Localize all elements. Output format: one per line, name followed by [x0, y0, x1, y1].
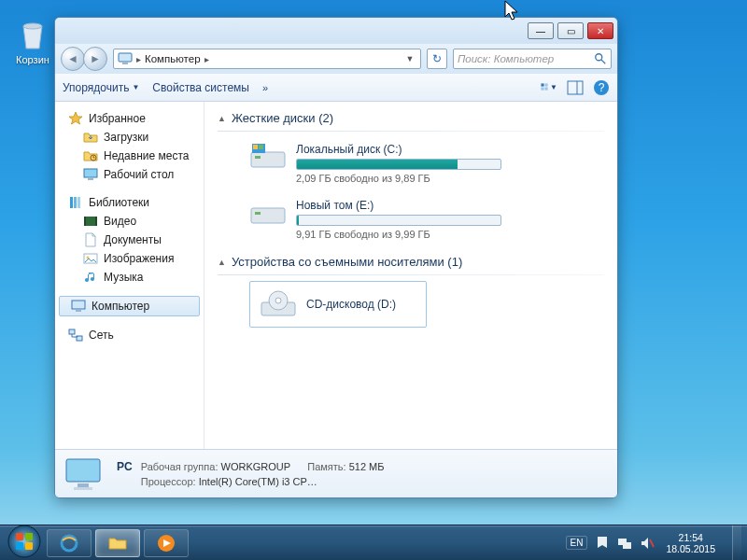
pictures-icon [83, 251, 98, 266]
svg-rect-9 [568, 81, 583, 94]
refresh-button[interactable]: ↻ [427, 49, 447, 69]
svg-rect-15 [88, 178, 93, 180]
sidebar-item-documents[interactable]: Документы [55, 231, 204, 249]
sidebar-item-recent[interactable]: Недавние места [55, 147, 204, 165]
section-hard-disks[interactable]: ▲Жесткие диски (2) [218, 111, 604, 125]
svg-rect-29 [255, 156, 261, 159]
search-input[interactable]: Поиск: Компьютер [453, 49, 612, 69]
back-button[interactable]: ◄ [61, 47, 85, 71]
system-properties-button[interactable]: Свойства системы [152, 81, 249, 94]
address-dropdown[interactable]: ▼ [403, 54, 416, 63]
close-button[interactable]: ✕ [587, 22, 613, 39]
svg-point-41 [8, 525, 40, 557]
svg-point-37 [275, 298, 281, 303]
maximize-button[interactable]: ▭ [557, 22, 584, 39]
chevron-right-icon: ▸ [136, 54, 141, 64]
show-desktop-button[interactable] [732, 525, 741, 561]
svg-rect-26 [69, 329, 75, 334]
desktop-icon-recycle-bin[interactable]: Корзин [7, 15, 58, 65]
folder-icon [107, 533, 128, 553]
svg-rect-25 [76, 310, 81, 312]
toolbar: Упорядочить▼ Свойства системы » ▼ ? [55, 74, 617, 102]
drive-e[interactable]: Новый том (E:) 9,91 ГБ свободно из 9,99 … [218, 193, 604, 249]
computer-icon [118, 51, 133, 66]
forward-button[interactable]: ► [83, 47, 107, 71]
taskbar: EN 21:54 18.05.2015 [0, 525, 747, 560]
svg-rect-5 [541, 84, 543, 87]
drive-usage-bar [296, 159, 501, 170]
organize-menu[interactable]: Упорядочить▼ [63, 81, 139, 94]
explorer-window: — ▭ ✕ ◄ ► ▸ Компьютер ▸ ▼ ↻ Поиск: Компь… [54, 17, 618, 498]
sidebar-item-downloads[interactable]: Загрузки [55, 128, 204, 147]
drive-name: Новый том (E:) [296, 199, 501, 212]
document-icon [83, 232, 98, 247]
drive-free-text: 9,91 ГБ свободно из 9,99 ГБ [296, 229, 501, 240]
drive-d[interactable]: CD-дисковод (D:) [249, 281, 427, 328]
svg-point-3 [596, 54, 602, 61]
sidebar-item-pictures[interactable]: Изображения [55, 249, 204, 268]
sidebar-item-videos[interactable]: Видео [55, 212, 204, 231]
details-pane: PC Рабочая группа: WORKGROUP Память: 512… [55, 449, 617, 497]
volume-icon[interactable] [640, 536, 655, 551]
taskbar-ie[interactable] [47, 529, 92, 557]
drive-usage-bar [296, 215, 501, 226]
navbar: ◄ ► ▸ Компьютер ▸ ▼ ↻ Поиск: Компьютер [55, 44, 617, 74]
svg-rect-21 [95, 217, 97, 226]
address-bar[interactable]: ▸ Компьютер ▸ ▼ [113, 49, 421, 69]
svg-rect-16 [70, 197, 73, 208]
details-memory-label: Память: [307, 461, 345, 472]
help-button[interactable]: ? [593, 79, 610, 96]
svg-rect-8 [544, 88, 547, 91]
ie-icon [59, 533, 79, 553]
action-center-icon[interactable] [595, 536, 610, 551]
drive-c[interactable]: Локальный диск (C:) 2,09 ГБ свободно из … [218, 137, 604, 193]
taskbar-explorer[interactable] [95, 529, 140, 557]
music-icon [83, 270, 98, 285]
preview-pane-button[interactable] [567, 79, 584, 96]
address-segment[interactable]: Компьютер [145, 53, 201, 64]
svg-rect-44 [16, 542, 23, 550]
sidebar: Избранное Загрузки Недавние места Рабочи… [55, 102, 204, 449]
language-indicator[interactable]: EN [566, 536, 588, 550]
sidebar-item-music[interactable]: Музыка [55, 268, 204, 287]
star-icon [68, 111, 83, 126]
computer-icon [71, 299, 86, 314]
network-icon[interactable] [617, 536, 632, 551]
svg-rect-31 [253, 145, 258, 149]
view-mode-button[interactable]: ▼ [541, 79, 557, 96]
svg-rect-17 [74, 197, 77, 208]
taskbar-wmp[interactable] [144, 529, 189, 557]
sidebar-favorites[interactable]: Избранное [55, 109, 204, 128]
toolbar-overflow[interactable]: » [262, 82, 268, 93]
search-placeholder: Поиск: Компьютер [458, 53, 554, 64]
desktop-icon-label: Корзин [7, 54, 58, 65]
details-cpu-label: Процессор: [141, 476, 196, 487]
sidebar-item-network[interactable]: Сеть [55, 326, 204, 344]
clock-date: 18.05.2015 [666, 543, 715, 554]
svg-rect-49 [623, 542, 631, 549]
sidebar-item-computer[interactable]: Компьютер [59, 296, 200, 316]
desktop-icon [83, 167, 98, 182]
svg-rect-6 [544, 84, 547, 87]
section-removable[interactable]: ▲Устройства со съемными носителями (1) [218, 255, 604, 269]
hdd-icon [249, 143, 287, 173]
svg-rect-20 [84, 217, 86, 226]
minimize-button[interactable]: — [528, 22, 554, 39]
clock[interactable]: 21:54 18.05.2015 [662, 532, 719, 554]
svg-rect-28 [251, 152, 285, 167]
svg-rect-42 [16, 533, 23, 540]
sidebar-item-desktop[interactable]: Рабочий стол [55, 165, 204, 184]
svg-rect-2 [122, 63, 128, 64]
details-workgroup-label: Рабочая группа: [141, 461, 218, 472]
svg-line-4 [601, 60, 605, 63]
titlebar[interactable]: — ▭ ✕ [55, 18, 617, 44]
svg-rect-45 [25, 542, 33, 550]
video-icon [83, 214, 98, 229]
svg-rect-39 [78, 483, 89, 487]
sidebar-libraries[interactable]: Библиотеки [55, 193, 204, 212]
drive-name: CD-дисковод (D:) [306, 298, 396, 311]
svg-rect-33 [251, 208, 285, 223]
details-cpu: Intel(R) Core(TM) i3 CP… [199, 476, 317, 487]
svg-rect-1 [119, 53, 132, 62]
start-button[interactable] [6, 523, 43, 560]
